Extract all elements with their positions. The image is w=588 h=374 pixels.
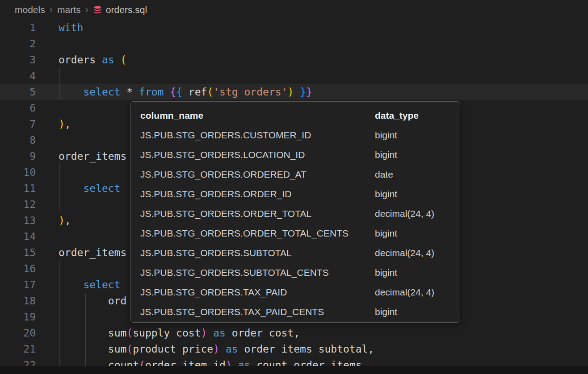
code-line-2[interactable]: 2	[0, 36, 588, 52]
column-name-cell: JS.PUB.STG_ORDERS.CUSTOMER_ID	[140, 130, 311, 140]
line-number[interactable]: 9	[0, 148, 36, 164]
line-number[interactable]: 16	[0, 261, 36, 277]
column-info-popup: column_name data_type JS.PUB.STG_ORDERS.…	[130, 101, 460, 323]
data-type-cell: bigint	[375, 224, 397, 243]
column-name-cell: JS.PUB.STG_ORDERS.SUBTOTAL	[140, 248, 292, 258]
column-name-header: column_name	[140, 110, 203, 121]
data-type-cell: bigint	[375, 302, 397, 322]
code-line-3[interactable]: 3orders as (	[0, 52, 588, 68]
line-number[interactable]: 7	[0, 116, 36, 132]
code-text[interactable]: order_items	[36, 245, 126, 261]
breadcrumb-item-file[interactable]: orders.sql	[93, 4, 147, 15]
editor-bottom-edge	[0, 366, 588, 374]
code-text[interactable]	[36, 309, 59, 325]
column-name-cell: JS.PUB.STG_ORDERS.LOCATION_ID	[140, 150, 305, 160]
code-text[interactable]	[36, 229, 59, 245]
line-number[interactable]: 13	[0, 212, 36, 229]
line-number[interactable]: 21	[0, 341, 36, 357]
indent-guide	[59, 68, 60, 100]
chevron-right-icon: ›	[50, 4, 53, 16]
line-number[interactable]: 17	[0, 277, 36, 293]
code-text[interactable]: orders as (	[36, 52, 126, 68]
column-row: JS.PUB.STG_ORDERS.TAX_PAID_CENTSbigint	[130, 302, 460, 322]
column-name-cell: JS.PUB.STG_ORDERS.ORDERED_AT	[140, 169, 307, 179]
data-type-cell: decimal(24, 4)	[375, 243, 434, 263]
column-name-cell: JS.PUB.STG_ORDERS.TAX_PAID	[140, 287, 287, 297]
line-number[interactable]: 5	[0, 84, 36, 100]
indent-guide	[85, 293, 86, 366]
code-line-1[interactable]: 1with	[0, 20, 588, 36]
column-row: JS.PUB.STG_ORDERS.ORDER_TOTAL_CENTSbigin…	[130, 224, 460, 243]
data-type-cell: bigint	[375, 184, 397, 204]
column-name-cell: JS.PUB.STG_ORDERS.ORDER_TOTAL_CENTS	[140, 228, 349, 238]
code-text[interactable]: ord	[36, 293, 126, 309]
column-row: JS.PUB.STG_ORDERS.ORDERED_ATdate	[130, 165, 460, 184]
code-text[interactable]: sum(product_price) as order_items_subtot…	[36, 341, 374, 357]
code-line-4[interactable]: 4	[0, 68, 588, 84]
chevron-right-icon: ›	[85, 4, 88, 16]
code-line-21[interactable]: 21 sum(product_price) as order_items_sub…	[0, 341, 588, 357]
line-number[interactable]: 11	[0, 180, 36, 196]
column-name-cell: JS.PUB.STG_ORDERS.ORDER_TOTAL	[140, 208, 311, 219]
line-number[interactable]: 4	[0, 68, 36, 84]
code-text[interactable]: select * from {{ ref('stg_orders') }}	[36, 84, 312, 100]
column-row: JS.PUB.STG_ORDERS.ORDER_IDbigint	[130, 184, 460, 204]
code-text[interactable]: sum(supply_cost) as order_cost,	[36, 325, 300, 341]
column-name-cell: JS.PUB.STG_ORDERS.ORDER_ID	[140, 189, 291, 199]
line-number[interactable]: 20	[0, 325, 36, 341]
code-text[interactable]: ),	[36, 116, 71, 132]
column-row: JS.PUB.STG_ORDERS.SUBTOTALdecimal(24, 4)	[130, 243, 460, 263]
code-text[interactable]	[36, 100, 59, 116]
data-type-cell: bigint	[375, 263, 397, 283]
breadcrumb-item-marts[interactable]: marts	[57, 4, 81, 15]
data-type-cell: date	[375, 165, 393, 184]
data-type-cell: bigint	[375, 125, 397, 145]
code-text[interactable]	[36, 164, 59, 180]
line-number[interactable]: 10	[0, 164, 36, 180]
line-number[interactable]: 19	[0, 309, 36, 325]
code-line-5[interactable]: 5 select * from {{ ref('stg_orders') }}	[0, 84, 588, 100]
code-text[interactable]: select	[36, 277, 120, 293]
data-type-cell: bigint	[375, 145, 397, 165]
code-text[interactable]: ),	[36, 212, 71, 229]
line-number[interactable]: 6	[0, 100, 36, 116]
popup-header-row: column_name data_type	[130, 106, 460, 125]
code-text[interactable]	[36, 68, 59, 84]
code-text[interactable]	[36, 196, 59, 212]
code-text[interactable]: order_items	[36, 148, 126, 164]
column-row: JS.PUB.STG_ORDERS.CUSTOMER_IDbigint	[130, 125, 460, 145]
breadcrumb: models › marts › orders.sql	[0, 0, 588, 20]
line-number[interactable]: 15	[0, 245, 36, 261]
line-number[interactable]: 2	[0, 36, 36, 52]
column-row: JS.PUB.STG_ORDERS.LOCATION_IDbigint	[130, 145, 460, 165]
indent-guide	[59, 261, 60, 366]
code-line-20[interactable]: 20 sum(supply_cost) as order_cost,	[0, 325, 588, 341]
line-number[interactable]: 18	[0, 293, 36, 309]
column-row: JS.PUB.STG_ORDERS.SUBTOTAL_CENTSbigint	[130, 263, 460, 283]
indent-guide	[59, 163, 60, 210]
data-type-header: data_type	[375, 106, 419, 125]
line-number[interactable]: 1	[0, 20, 36, 36]
breadcrumb-item-models[interactable]: models	[15, 4, 45, 15]
column-name-cell: JS.PUB.STG_ORDERS.SUBTOTAL_CENTS	[140, 267, 329, 278]
line-number[interactable]: 3	[0, 52, 36, 68]
code-text[interactable]	[36, 132, 59, 148]
data-type-cell: decimal(24, 4)	[375, 204, 434, 224]
line-number[interactable]: 8	[0, 132, 36, 148]
code-text[interactable]	[36, 36, 59, 52]
column-row: JS.PUB.STG_ORDERS.TAX_PAIDdecimal(24, 4)	[130, 283, 460, 302]
line-number[interactable]: 12	[0, 196, 36, 212]
code-text[interactable]: select	[36, 180, 120, 196]
code-text[interactable]	[36, 261, 59, 277]
breadcrumb-file-name: orders.sql	[106, 4, 147, 15]
column-row: JS.PUB.STG_ORDERS.ORDER_TOTALdecimal(24,…	[130, 204, 460, 224]
database-icon	[93, 5, 102, 15]
code-text[interactable]: with	[36, 20, 83, 36]
line-number[interactable]: 14	[0, 229, 36, 245]
column-name-cell: JS.PUB.STG_ORDERS.TAX_PAID_CENTS	[140, 307, 324, 317]
data-type-cell: decimal(24, 4)	[375, 283, 434, 302]
